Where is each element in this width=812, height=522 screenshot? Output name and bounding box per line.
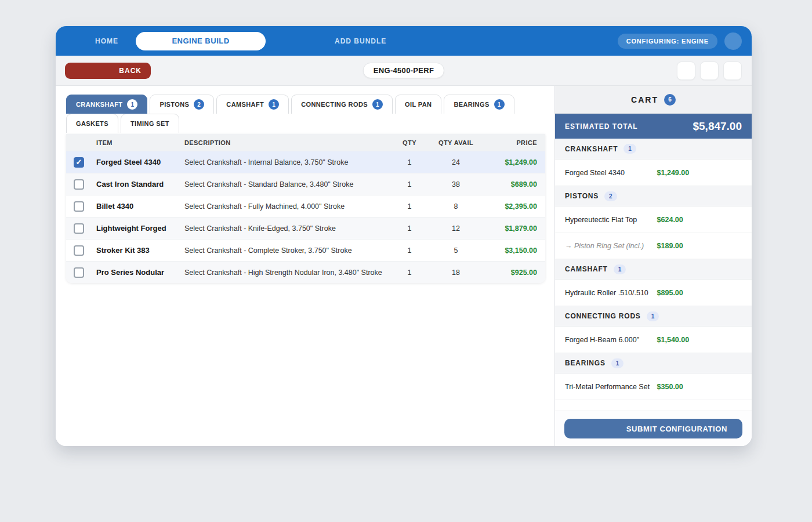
cart-item-price: $624.00 [657, 216, 683, 224]
cart-item: Forged H-Beam 6.000" $1,540.00 [555, 327, 752, 353]
item-qty: 1 [392, 202, 427, 211]
cart-section-count-badge: 1 [614, 264, 626, 274]
cart-title: CART [631, 95, 658, 104]
column-header-qty-avail: QTY AVAIL [427, 139, 485, 146]
estimated-total-amount: $5,847.00 [693, 120, 742, 133]
top-nav: HOME ENGINE BUILD ADD BUNDLE CONFIGURING… [56, 26, 752, 56]
tab-gaskets[interactable]: GASKETS [66, 114, 118, 133]
row-checkbox[interactable]: ✓ [74, 223, 84, 234]
cart-item-name: Forged H-Beam 6.000" [565, 336, 657, 344]
item-name: Billet 4340 [92, 202, 180, 211]
cart-section-name: PISTONS [565, 192, 599, 200]
tab-label: CONNECTING RODS [301, 101, 368, 108]
item-name: Stroker Kit 383 [92, 246, 180, 255]
item-description: Select Crankshaft - High Strength Nodula… [180, 269, 392, 277]
cart-item-price: $895.00 [657, 289, 683, 297]
tab-pistons[interactable]: PISTONS 2 [150, 95, 214, 114]
tab-oil-pan[interactable]: OIL PAN [395, 95, 441, 114]
cart-count-badge: 6 [664, 94, 676, 106]
item-name: Pro Series Nodular [92, 268, 180, 277]
cart-item: Tri-Metal Performance Set $350.00 [555, 374, 752, 400]
nav-engine-build[interactable]: ENGINE BUILD [136, 32, 266, 50]
cart-section-crankshaft: CRANKSHAFT 1 Forged Steel 4340 $1,249.00 [555, 139, 752, 186]
cart-section-count-badge: 1 [624, 144, 636, 154]
cart-panel: CART 6 ESTIMATED TOTAL $5,847.00 CRANKSH… [554, 86, 752, 446]
item-qty: 1 [392, 246, 427, 255]
cart-section-count-badge: 1 [611, 358, 624, 368]
item-description: Select Crankshaft - Knife-Edged, 3.750" … [180, 224, 392, 233]
table-row[interactable]: ✓ Cast Iron Standard Select Crankshaft -… [66, 173, 545, 195]
tab-label: TIMING SET [130, 120, 169, 127]
column-header-description: DESCRIPTION [180, 139, 392, 146]
tab-count-badge: 1 [127, 99, 137, 110]
estimated-total-label: ESTIMATED TOTAL [565, 122, 638, 130]
cart-sub-item: → Piston Ring Set (incl.) $189.00 [555, 233, 752, 259]
item-qty-avail: 5 [427, 246, 485, 255]
toolbar-button-group [677, 61, 742, 80]
item-description: Select Crankshaft - Standard Balance, 3.… [180, 180, 392, 188]
cart-item-price: $1,540.00 [657, 336, 690, 344]
item-description: Select Crankshaft - Internal Balance, 3.… [180, 158, 392, 166]
toolbar-button-1[interactable] [677, 61, 695, 80]
nav-home[interactable]: HOME [92, 37, 122, 46]
back-button[interactable]: BACK [65, 63, 151, 79]
column-header-item: ITEM [92, 139, 180, 146]
submit-configuration-button[interactable]: SUBMIT CONFIGURATION [564, 419, 742, 438]
table-row[interactable]: ✓ Lightweight Forged Select Crankshaft -… [66, 217, 545, 239]
tab-label: OIL PAN [405, 101, 432, 108]
tab-connecting-rods[interactable]: CONNECTING RODS 1 [291, 95, 393, 114]
avatar[interactable] [724, 32, 742, 50]
row-checkbox[interactable]: ✓ [74, 157, 84, 168]
item-price: $2,395.00 [485, 202, 545, 211]
configuring-badge: CONFIGURING: ENGINE [618, 34, 717, 49]
cart-section-header: CRANKSHAFT 1 [555, 139, 752, 160]
toolbar-button-2[interactable] [700, 61, 719, 80]
item-description: Select Crankshaft - Complete Stroker, 3.… [180, 246, 392, 255]
item-qty-avail: 8 [427, 202, 485, 211]
category-tabs-row-2: GASKETS TIMING SET [66, 114, 545, 133]
item-name: Forged Steel 4340 [92, 158, 180, 166]
tab-timing-set[interactable]: TIMING SET [121, 114, 179, 133]
cart-section-pistons: PISTONS 2 Hypereutectic Flat Top $624.00… [555, 186, 752, 259]
cart-item-price: $350.00 [657, 383, 683, 391]
tab-bearings[interactable]: BEARINGS 1 [444, 95, 514, 114]
item-price: $1,249.00 [485, 158, 545, 166]
item-qty-avail: 24 [427, 158, 485, 166]
tab-label: BEARINGS [454, 101, 489, 108]
tab-crankshaft[interactable]: CRANKSHAFT 1 [66, 95, 147, 114]
tab-count-badge: 2 [194, 99, 204, 110]
item-qty-avail: 18 [427, 269, 485, 277]
item-qty: 1 [392, 158, 427, 166]
table-row[interactable]: ✓ Pro Series Nodular Select Crankshaft -… [66, 261, 545, 283]
column-header-price: PRICE [485, 139, 545, 146]
cart-section-bearings: BEARINGS 1 Tri-Metal Performance Set $35… [555, 353, 752, 400]
parts-table: ITEM DESCRIPTION QTY QTY AVAIL PRICE ✓ F… [66, 134, 545, 283]
row-checkbox[interactable]: ✓ [74, 245, 84, 256]
cart-section-header: CAMSHAFT 1 [555, 259, 752, 280]
row-checkbox[interactable]: ✓ [74, 267, 84, 278]
item-price: $689.00 [485, 180, 545, 188]
cart-item-name: Tri-Metal Performance Set [565, 383, 657, 391]
table-header: ITEM DESCRIPTION QTY QTY AVAIL PRICE [66, 134, 545, 151]
config-code-badge: ENG-4500-PERF [363, 63, 444, 78]
table-row[interactable]: ✓ Stroker Kit 383 Select Crankshaft - Co… [66, 239, 545, 261]
cart-item-name: Hypereutectic Flat Top [565, 216, 657, 224]
cart-section-name: CAMSHAFT [565, 265, 608, 273]
toolbar-button-3[interactable] [723, 61, 742, 80]
column-header-qty: QTY [392, 139, 427, 146]
tab-camshaft[interactable]: CAMSHAFT 1 [216, 95, 289, 114]
table-row[interactable]: ✓ Billet 4340 Select Crankshaft - Fully … [66, 195, 545, 217]
item-name: Lightweight Forged [92, 224, 180, 233]
item-name: Cast Iron Standard [92, 180, 180, 188]
cart-section-count-badge: 2 [604, 191, 617, 201]
checkmark-icon: ✓ [76, 158, 82, 166]
table-row[interactable]: ✓ Forged Steel 4340 Select Crankshaft - … [66, 151, 545, 173]
cart-section-header: BEARINGS 1 [555, 353, 752, 374]
cart-item-name: Forged Steel 4340 [565, 169, 657, 177]
tab-count-badge: 1 [494, 99, 505, 110]
nav-add-bundle[interactable]: ADD BUNDLE [331, 37, 390, 46]
row-checkbox[interactable]: ✓ [74, 201, 84, 212]
app-window: HOME ENGINE BUILD ADD BUNDLE CONFIGURING… [56, 26, 752, 446]
row-checkbox[interactable]: ✓ [74, 179, 84, 190]
item-price: $3,150.00 [485, 246, 545, 255]
